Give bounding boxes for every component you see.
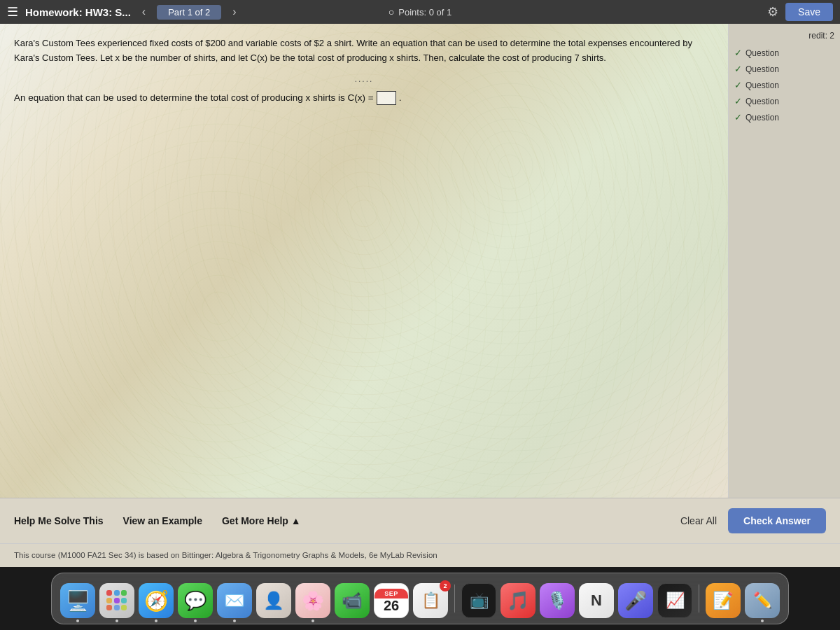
top-bar-right: ⚙ Save [558, 3, 833, 21]
help-me-solve-button[interactable]: Help Me Solve This [14, 515, 104, 526]
dock-contacts[interactable]: 👤 [256, 583, 291, 618]
get-more-help-arrow-icon: ▲ [291, 515, 301, 526]
bottom-right-actions: Clear All Check Answer [680, 508, 826, 533]
pages-icon: 📝 [713, 591, 734, 610]
dock-news[interactable]: N [579, 583, 614, 618]
launchpad-icon [106, 590, 127, 611]
dock: 🖥️ 🧭 💬 ✉️ [51, 573, 789, 624]
dock-finder[interactable]: 🖥️ [60, 583, 95, 618]
get-more-help-button[interactable]: Get More Help ▲ [222, 515, 301, 526]
question-label-2: Question [746, 64, 779, 74]
part-indicator: Part 1 of 2 [157, 5, 221, 20]
question-label-1: Question [746, 48, 779, 58]
sidebar-question-item-4[interactable]: ✓Question [734, 96, 834, 106]
check-icon-2: ✓ [734, 64, 742, 74]
appletv-icon: 📺 [470, 592, 489, 610]
next-arrow[interactable]: › [228, 4, 240, 20]
reminders-badge: 2 [440, 580, 451, 592]
clear-all-button[interactable]: Clear All [680, 515, 717, 526]
dock-separator-2 [699, 584, 699, 612]
dock-music[interactable]: 🎵 [500, 583, 536, 618]
top-bar: ☰ Homework: HW3: S... ‹ Part 1 of 2 › ○ … [0, 0, 840, 24]
question-label-5: Question [746, 113, 779, 122]
calendar-date: 26 [384, 598, 399, 612]
dock-photos[interactable]: 🌸 [295, 583, 330, 618]
dock-appletv[interactable]: 📺 [461, 583, 496, 618]
check-icon-1: ✓ [734, 48, 742, 58]
footer-bar: This course (M1000 FA21 Sec 34) is based… [0, 543, 840, 567]
main-area: Kara's Custom Tees experienced fixed cos… [0, 24, 840, 497]
messages-icon: 💬 [184, 590, 206, 612]
dock-pages[interactable]: 📝 [706, 583, 741, 618]
sidebar-question-item-2[interactable]: ✓Question [734, 64, 834, 74]
right-sidebar: redit: 2 ✓Question✓Question✓Question✓Que… [728, 24, 840, 497]
photos-icon: 🌸 [302, 590, 324, 612]
dock-mail[interactable]: ✉️ [217, 583, 252, 618]
contacts-icon: 👤 [263, 591, 284, 610]
macos-dock-area: 🖥️ 🧭 💬 ✉️ [0, 567, 840, 630]
credit-text: redit: 2 [734, 31, 834, 41]
sidebar-question-item-3[interactable]: ✓Question [734, 80, 834, 90]
check-answer-button[interactable]: Check Answer [728, 508, 826, 533]
facetime-icon: 📹 [342, 591, 363, 610]
mail-dot [233, 620, 236, 622]
dock-siri[interactable]: 🎤 [618, 583, 653, 618]
question-label-4: Question [746, 97, 779, 106]
dock-calendar[interactable]: SEP 26 [374, 583, 409, 618]
top-bar-left: ☰ Homework: HW3: S... ‹ Part 1 of 2 › [7, 4, 282, 20]
sidebar-question-item-5[interactable]: ✓Question [734, 112, 834, 122]
question-label-3: Question [746, 80, 779, 90]
dock-facetime[interactable]: 📹 [335, 583, 370, 618]
question-list: ✓Question✓Question✓Question✓Question✓Que… [734, 48, 834, 122]
dock-podcasts[interactable]: 🎙️ [540, 583, 575, 618]
save-button[interactable]: Save [785, 3, 833, 21]
question-body-text: Kara's Custom Tees experienced fixed cos… [14, 36, 714, 66]
stocks-icon: 📈 [666, 592, 685, 610]
dock-separator-1 [454, 584, 455, 612]
launchpad-dot [115, 620, 118, 622]
reminders-icon: 📋 [421, 592, 440, 610]
dots-divider: ..... [14, 74, 714, 84]
menu-icon[interactable]: ☰ [7, 4, 18, 20]
sidebar-question-item-1[interactable]: ✓Question [734, 48, 834, 58]
dock-texteditor[interactable]: ✏️ [745, 583, 780, 618]
check-icon-5: ✓ [734, 112, 742, 122]
answer-input[interactable] [377, 91, 396, 105]
view-example-button[interactable]: View an Example [123, 515, 202, 526]
safari-icon: 🧭 [144, 589, 169, 612]
dock-messages[interactable]: 💬 [178, 583, 213, 618]
top-bar-center: ○ Points: 0 of 1 [282, 6, 557, 18]
finder-dot [76, 620, 79, 622]
question-panel: Kara's Custom Tees experienced fixed cos… [0, 24, 728, 497]
mail-icon: ✉️ [224, 591, 245, 610]
finder-icon: 🖥️ [66, 589, 90, 612]
texteditor-icon: ✏️ [753, 592, 772, 610]
get-more-help-label: Get More Help [222, 515, 288, 526]
calendar-month: SEP [374, 589, 408, 598]
safari-dot [155, 620, 158, 622]
messages-dot [194, 620, 197, 622]
dock-reminders[interactable]: 📋 2 [413, 583, 448, 618]
texteditor-dot [761, 620, 764, 622]
equation-line: An equation that can be used to determin… [14, 91, 714, 105]
question-content: Kara's Custom Tees experienced fixed cos… [0, 24, 728, 116]
dock-stocks[interactable]: 📈 [657, 583, 692, 618]
photos-dot [312, 620, 314, 622]
prev-arrow[interactable]: ‹ [138, 4, 150, 20]
bottom-action-bar: Help Me Solve This View an Example Get M… [0, 498, 840, 543]
siri-icon: 🎤 [624, 590, 647, 612]
dock-safari[interactable]: 🧭 [139, 583, 174, 618]
points-circle-icon: ○ [388, 6, 394, 18]
hw-title: Homework: HW3: S... [25, 6, 131, 18]
podcasts-icon: 🎙️ [547, 591, 568, 610]
dock-launchpad[interactable] [99, 583, 134, 618]
settings-icon[interactable]: ⚙ [767, 4, 778, 20]
check-icon-3: ✓ [734, 80, 742, 90]
points-label: Points: 0 of 1 [398, 7, 451, 18]
music-icon: 🎵 [507, 590, 529, 612]
equation-prefix: An equation that can be used to determin… [14, 92, 374, 103]
news-icon: N [591, 592, 602, 610]
check-icon-4: ✓ [734, 96, 742, 106]
course-info-text: This course (M1000 FA21 Sec 34) is based… [14, 551, 438, 559]
period-text: . [399, 92, 402, 103]
